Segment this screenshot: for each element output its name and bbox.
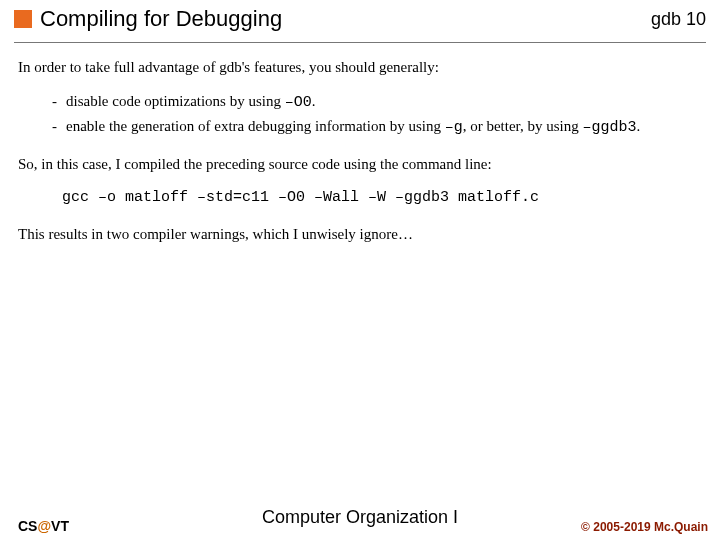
list-item: disable code optimizations by using –O0. bbox=[52, 91, 702, 113]
bullet-text: , or better, by using bbox=[463, 118, 583, 134]
inline-code: –ggdb3 bbox=[582, 119, 636, 136]
body-line: So, in this case, I compiled the precedi… bbox=[18, 154, 702, 174]
accent-square-icon bbox=[14, 10, 32, 28]
footer-copyright: © 2005-2019 Mc.Quain bbox=[581, 520, 708, 534]
slide-body: In order to take full advantage of gdb's… bbox=[14, 57, 706, 245]
footer-org-b: VT bbox=[51, 518, 69, 534]
header-rule bbox=[14, 42, 706, 43]
slide: Compiling for Debugging gdb 10 In order … bbox=[0, 0, 720, 540]
title-block: Compiling for Debugging bbox=[14, 6, 651, 32]
bullet-text: . bbox=[636, 118, 640, 134]
footer-org-a: CS bbox=[18, 518, 37, 534]
inline-code: –g bbox=[445, 119, 463, 136]
list-item: enable the generation of extra debugging… bbox=[52, 116, 702, 138]
inline-code: –O0 bbox=[285, 94, 312, 111]
command-block: gcc –o matloff –std=c11 –O0 –Wall –W –gg… bbox=[62, 188, 702, 208]
footer-left: CS@VT bbox=[18, 518, 69, 534]
bullet-list: disable code optimizations by using –O0.… bbox=[52, 91, 702, 138]
bullet-text: . bbox=[312, 93, 316, 109]
slide-footer: CS@VT Computer Organization I © 2005-201… bbox=[0, 518, 720, 534]
topic-label: gdb bbox=[651, 9, 681, 29]
page-number: 10 bbox=[686, 9, 706, 29]
body-line: This results in two compiler warnings, w… bbox=[18, 224, 702, 244]
header-right: gdb 10 bbox=[651, 9, 706, 30]
bullet-text: disable code optimizations by using bbox=[66, 93, 285, 109]
bullet-text: enable the generation of extra debugging… bbox=[66, 118, 445, 134]
footer-center: Computer Organization I bbox=[262, 507, 458, 528]
slide-header: Compiling for Debugging gdb 10 bbox=[14, 6, 706, 32]
intro-line: In order to take full advantage of gdb's… bbox=[18, 57, 702, 77]
footer-at: @ bbox=[37, 518, 51, 534]
slide-title: Compiling for Debugging bbox=[40, 6, 282, 32]
